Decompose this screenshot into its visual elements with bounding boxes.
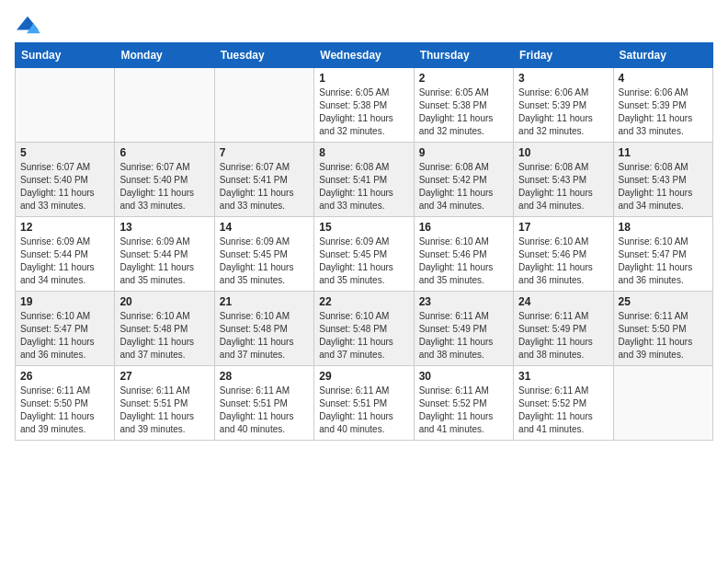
day-info: Sunrise: 6:10 AM Sunset: 5:46 PM Dayligh… [419,236,508,287]
day-number: 24 [518,295,608,308]
logo [15,15,44,35]
day-cell: 31Sunrise: 6:11 AM Sunset: 5:52 PM Dayli… [514,366,613,441]
day-number: 2 [419,72,508,85]
day-info: Sunrise: 6:09 AM Sunset: 5:44 PM Dayligh… [20,236,109,287]
day-number: 1 [319,72,408,85]
day-number: 13 [119,221,209,234]
day-cell: 7Sunrise: 6:07 AM Sunset: 5:41 PM Daylig… [214,143,313,217]
day-cell: 28Sunrise: 6:11 AM Sunset: 5:51 PM Dayli… [214,366,313,441]
day-info: Sunrise: 6:10 AM Sunset: 5:47 PM Dayligh… [20,310,109,362]
day-cell: 30Sunrise: 6:11 AM Sunset: 5:52 PM Dayli… [414,366,513,441]
day-number: 18 [619,221,708,234]
day-info: Sunrise: 6:11 AM Sunset: 5:49 PM Dayligh… [419,310,508,362]
day-cell: 24Sunrise: 6:11 AM Sunset: 5:49 PM Dayli… [514,292,613,366]
day-info: Sunrise: 6:07 AM Sunset: 5:41 PM Dayligh… [220,161,309,213]
day-number: 19 [20,295,109,308]
day-number: 23 [419,295,508,308]
day-number: 17 [518,221,608,234]
day-cell: 17Sunrise: 6:10 AM Sunset: 5:46 PM Dayli… [514,217,613,292]
day-info: Sunrise: 6:10 AM Sunset: 5:47 PM Dayligh… [619,236,708,287]
day-cell: 18Sunrise: 6:10 AM Sunset: 5:47 PM Dayli… [613,217,712,292]
day-number: 20 [119,295,209,308]
day-info: Sunrise: 6:08 AM Sunset: 5:42 PM Dayligh… [419,161,508,213]
day-number: 14 [220,221,309,234]
calendar-table: SundayMondayTuesdayWednesdayThursdayFrid… [15,42,713,441]
day-cell [115,68,214,143]
day-cell [214,68,313,143]
day-cell: 11Sunrise: 6:08 AM Sunset: 5:43 PM Dayli… [613,143,712,217]
page-container: SundayMondayTuesdayWednesdayThursdayFrid… [15,15,713,441]
day-number: 27 [119,370,209,383]
day-info: Sunrise: 6:11 AM Sunset: 5:51 PM Dayligh… [220,385,309,436]
day-number: 22 [319,295,408,308]
day-cell: 26Sunrise: 6:11 AM Sunset: 5:50 PM Dayli… [16,366,115,441]
day-cell: 13Sunrise: 6:09 AM Sunset: 5:44 PM Dayli… [115,217,214,292]
day-cell [613,366,712,441]
day-info: Sunrise: 6:10 AM Sunset: 5:48 PM Dayligh… [319,310,408,362]
day-cell: 15Sunrise: 6:09 AM Sunset: 5:45 PM Dayli… [314,217,414,292]
header-cell-thursday: Thursday [414,43,513,68]
header-cell-friday: Friday [514,43,613,68]
day-info: Sunrise: 6:09 AM Sunset: 5:45 PM Dayligh… [319,236,408,287]
day-info: Sunrise: 6:08 AM Sunset: 5:43 PM Dayligh… [619,161,708,213]
day-number: 30 [419,370,508,383]
header-cell-tuesday: Tuesday [214,43,313,68]
day-info: Sunrise: 6:08 AM Sunset: 5:41 PM Dayligh… [319,161,408,213]
day-info: Sunrise: 6:06 AM Sunset: 5:39 PM Dayligh… [518,86,608,138]
day-info: Sunrise: 6:11 AM Sunset: 5:50 PM Dayligh… [619,310,708,362]
day-info: Sunrise: 6:11 AM Sunset: 5:51 PM Dayligh… [319,385,408,436]
week-row-5: 26Sunrise: 6:11 AM Sunset: 5:50 PM Dayli… [16,366,713,441]
day-cell: 2Sunrise: 6:05 AM Sunset: 5:38 PM Daylig… [414,68,513,143]
day-info: Sunrise: 6:07 AM Sunset: 5:40 PM Dayligh… [20,161,109,213]
day-cell: 9Sunrise: 6:08 AM Sunset: 5:42 PM Daylig… [414,143,513,217]
day-cell: 6Sunrise: 6:07 AM Sunset: 5:40 PM Daylig… [115,143,214,217]
day-number: 5 [20,146,109,159]
day-cell: 1Sunrise: 6:05 AM Sunset: 5:38 PM Daylig… [314,68,414,143]
day-number: 7 [220,146,309,159]
day-cell: 14Sunrise: 6:09 AM Sunset: 5:45 PM Dayli… [214,217,313,292]
day-cell: 23Sunrise: 6:11 AM Sunset: 5:49 PM Dayli… [414,292,513,366]
day-info: Sunrise: 6:05 AM Sunset: 5:38 PM Dayligh… [319,86,408,138]
day-number: 21 [220,295,309,308]
day-cell: 3Sunrise: 6:06 AM Sunset: 5:39 PM Daylig… [514,68,613,143]
day-info: Sunrise: 6:10 AM Sunset: 5:48 PM Dayligh… [220,310,309,362]
day-cell [16,68,115,143]
day-info: Sunrise: 6:09 AM Sunset: 5:45 PM Dayligh… [220,236,309,287]
day-cell: 8Sunrise: 6:08 AM Sunset: 5:41 PM Daylig… [314,143,414,217]
day-number: 12 [20,221,109,234]
day-cell: 20Sunrise: 6:10 AM Sunset: 5:48 PM Dayli… [115,292,214,366]
day-info: Sunrise: 6:11 AM Sunset: 5:49 PM Dayligh… [518,310,608,362]
day-number: 6 [119,146,209,159]
day-cell: 4Sunrise: 6:06 AM Sunset: 5:39 PM Daylig… [613,68,712,143]
day-cell: 10Sunrise: 6:08 AM Sunset: 5:43 PM Dayli… [514,143,613,217]
day-number: 8 [319,146,408,159]
week-row-4: 19Sunrise: 6:10 AM Sunset: 5:47 PM Dayli… [16,292,713,366]
day-number: 10 [518,146,608,159]
day-cell: 22Sunrise: 6:10 AM Sunset: 5:48 PM Dayli… [314,292,414,366]
day-cell: 5Sunrise: 6:07 AM Sunset: 5:40 PM Daylig… [16,143,115,217]
day-cell: 25Sunrise: 6:11 AM Sunset: 5:50 PM Dayli… [613,292,712,366]
day-number: 9 [419,146,508,159]
day-info: Sunrise: 6:10 AM Sunset: 5:48 PM Dayligh… [119,310,209,362]
day-info: Sunrise: 6:09 AM Sunset: 5:44 PM Dayligh… [119,236,209,287]
day-info: Sunrise: 6:06 AM Sunset: 5:39 PM Dayligh… [619,86,708,138]
header-row: SundayMondayTuesdayWednesdayThursdayFrid… [16,43,713,68]
logo-icon [15,15,40,35]
day-cell: 16Sunrise: 6:10 AM Sunset: 5:46 PM Dayli… [414,217,513,292]
header [15,15,713,35]
day-number: 11 [619,146,708,159]
day-info: Sunrise: 6:07 AM Sunset: 5:40 PM Dayligh… [119,161,209,213]
day-info: Sunrise: 6:11 AM Sunset: 5:51 PM Dayligh… [119,385,209,436]
day-cell: 27Sunrise: 6:11 AM Sunset: 5:51 PM Dayli… [115,366,214,441]
header-cell-wednesday: Wednesday [314,43,414,68]
day-number: 26 [20,370,109,383]
header-cell-monday: Monday [115,43,214,68]
day-number: 16 [419,221,508,234]
day-number: 25 [619,295,708,308]
header-cell-saturday: Saturday [613,43,712,68]
day-cell: 12Sunrise: 6:09 AM Sunset: 5:44 PM Dayli… [16,217,115,292]
day-info: Sunrise: 6:11 AM Sunset: 5:50 PM Dayligh… [20,385,109,436]
day-info: Sunrise: 6:11 AM Sunset: 5:52 PM Dayligh… [518,385,608,436]
week-row-1: 1Sunrise: 6:05 AM Sunset: 5:38 PM Daylig… [16,68,713,143]
day-number: 4 [619,72,708,85]
